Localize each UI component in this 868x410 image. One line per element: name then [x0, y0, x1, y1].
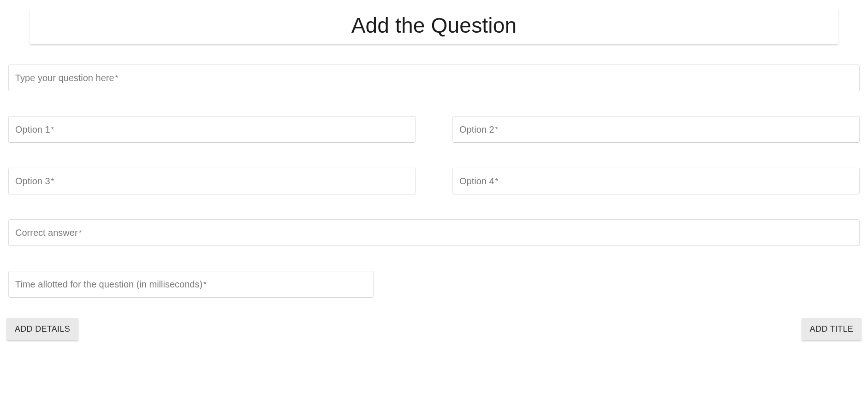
option3-field-wrapper: Option 3 *	[8, 168, 416, 194]
option1-field-wrapper: Option 1 *	[8, 116, 416, 143]
options-row-1: Option 1 * Option 2 *	[8, 116, 860, 143]
page-title: Add the Question	[30, 13, 838, 38]
question-input[interactable]	[15, 73, 853, 83]
option3-input[interactable]	[15, 176, 409, 187]
options-row-2: Option 3 * Option 4 *	[8, 168, 860, 194]
time-input[interactable]	[15, 279, 367, 290]
question-form: Type your question here * Option 1 * Opt…	[0, 44, 868, 298]
correct-answer-input[interactable]	[15, 228, 853, 238]
header-card: Add the Question	[30, 8, 838, 44]
question-field-wrapper: Type your question here *	[8, 64, 860, 91]
option2-input[interactable]	[459, 124, 853, 135]
option1-input[interactable]	[15, 124, 409, 135]
option4-input[interactable]	[459, 176, 853, 187]
button-row: ADD DETAILS ADD TITLE	[0, 318, 868, 350]
option4-field-wrapper: Option 4 *	[452, 168, 860, 194]
time-field-wrapper: Time allotted for the question (in milli…	[8, 271, 374, 298]
option2-field-wrapper: Option 2 *	[452, 116, 860, 143]
add-details-button[interactable]: ADD DETAILS	[6, 318, 78, 340]
add-title-button[interactable]: ADD TITLE	[802, 318, 862, 340]
correct-answer-field-wrapper: Correct answer *	[8, 219, 860, 246]
